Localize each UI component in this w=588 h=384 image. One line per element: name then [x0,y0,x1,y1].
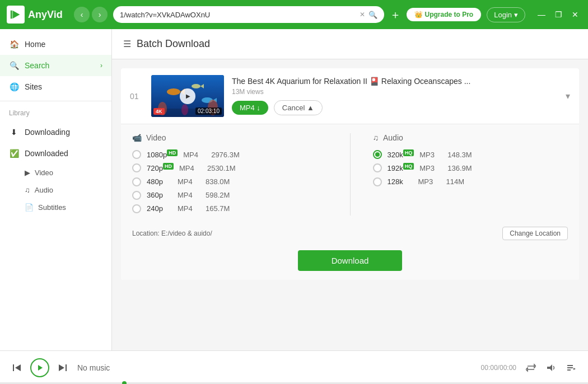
app-name: AnyVid [28,9,63,21]
player-controls [9,358,71,377]
mp4-button[interactable]: MP4 ↓ [232,101,268,115]
audio-options-col: ♫ Audio 320kHQ MP3 148.3M [373,133,568,216]
video-views: 13M views [232,88,558,96]
audio-option-128k[interactable]: 128k MP3 114M [373,175,568,189]
player-extra-controls [523,360,579,376]
video-title: The Best 4K Aquarium for Relaxation II 🎴… [232,77,558,86]
library-header: Library [0,105,111,121]
radio-1080p[interactable] [132,150,141,159]
download-button[interactable]: Download [298,250,403,271]
video-option-240p[interactable]: 240p MP4 165.7M [132,202,328,216]
video-option-1080p[interactable]: 1080pHD MP4 2976.3M [132,148,328,161]
video-info: The Best 4K Aquarium for Relaxation II 🎴… [232,77,558,115]
progress-indicator [122,381,127,385]
radio-360p[interactable] [132,191,141,200]
prev-button[interactable] [9,360,25,376]
svg-rect-13 [13,364,14,371]
radio-240p[interactable] [132,204,141,213]
audio-icon: ♫ [25,186,30,194]
svg-rect-17 [66,364,67,371]
video-actions: MP4 ↓ Cancel ▲ [232,100,558,115]
sidebar-item-downloading[interactable]: ⬇ Downloading [0,121,111,143]
upgrade-button[interactable]: 👑 Upgrade to Pro [407,8,482,21]
location-text: Location: E:/video & auido/ [132,230,212,237]
maximize-button[interactable]: ❐ [552,8,564,21]
url-text: 1/watch?v=XVkADAwOXnU [120,11,356,19]
close-button[interactable]: ✕ [569,8,581,21]
sidebar-item-downloaded[interactable]: ✅ Downloaded [0,143,111,164]
add-tab-button[interactable]: ＋ [390,7,401,22]
title-bar: AnyVid ‹ › 1/watch?v=XVkADAwOXnU ✕ 🔍 ＋ 👑… [0,0,588,29]
login-button[interactable]: Login ▾ [487,7,525,22]
nav-buttons: ‹ › [74,7,108,22]
audio-section-icon: ♫ [373,133,379,142]
download-options-panel: 📹 Video 1080pHD MP4 2976.3M [121,124,579,280]
audio-option-192k[interactable]: 192kHQ MP3 136.9M [373,161,568,175]
player-bar: No music 00:00/00:00 [0,350,588,384]
volume-button[interactable] [543,360,559,376]
video-icon: ▶ [25,168,30,177]
radio-128k[interactable] [373,177,382,186]
svg-rect-21 [567,369,571,371]
batch-icon: ☰ [123,39,131,49]
sidebar-sub-video[interactable]: ▶ Video [0,164,111,181]
audio-section-header: ♫ Audio [373,133,568,142]
video-section-icon: 📹 [132,133,142,142]
video-options-col: 📹 Video 1080pHD MP4 2976.3M [132,133,328,216]
video-section-header: 📹 Video [132,133,328,142]
subtitles-icon: 📄 [25,203,34,212]
logo-icon [7,6,25,24]
sidebar-sub-audio[interactable]: ♫ Audio [0,181,111,199]
svg-marker-0 [13,11,20,19]
next-button[interactable] [55,360,71,376]
audio-option-320k[interactable]: 320kHQ MP3 148.3M [373,148,568,161]
video-thumbnail: ▶ 4K 02:03:10 [151,75,224,117]
main-layout: 🏠 Home 🔍 Search › 🌐 Sites Library ⬇ Down… [0,29,588,350]
downloaded-icon: ✅ [9,148,19,158]
svg-marker-14 [15,364,21,371]
options-row: 📹 Video 1080pHD MP4 2976.3M [132,133,568,216]
item-number: 01 [130,92,143,101]
app-logo: AnyVid [7,6,68,24]
video-option-720p[interactable]: 720pHD MP4 2530.1M [132,161,328,175]
chevron-down-icon: ▾ [514,11,518,19]
no-music-label: No music [77,363,474,372]
search-icon[interactable]: 🔍 [368,11,377,19]
arrow-icon: › [100,62,102,69]
sidebar-item-sites[interactable]: 🌐 Sites [0,76,111,97]
play-overlay[interactable]: ▶ [180,88,195,104]
home-icon: 🏠 [9,39,19,49]
radio-720p[interactable] [132,163,141,172]
video-list: 01 [112,59,588,350]
radio-480p[interactable] [132,177,141,186]
sidebar-item-search[interactable]: 🔍 Search › [0,55,111,76]
url-close-icon[interactable]: ✕ [360,11,365,18]
url-bar[interactable]: 1/watch?v=XVkADAwOXnU ✕ 🔍 [113,6,384,23]
crown-icon: 👑 [414,11,423,18]
back-button[interactable]: ‹ [74,7,90,22]
video-option-360p[interactable]: 360p MP4 598.2M [132,189,328,202]
minimize-button[interactable]: — [535,8,548,21]
radio-192k[interactable] [373,163,382,172]
sidebar: 🏠 Home 🔍 Search › 🌐 Sites Library ⬇ Down… [0,29,112,350]
sidebar-divider [0,101,111,101]
sidebar-item-home[interactable]: 🏠 Home [0,34,111,55]
repeat-button[interactable] [523,360,539,376]
cancel-button[interactable]: Cancel ▲ [274,100,323,115]
sidebar-sub-subtitles[interactable]: 📄 Subtitles [0,199,111,216]
duration-overlay: 02:03:10 [195,107,222,115]
time-display: 00:00/00:00 [481,364,516,372]
forward-button[interactable]: › [92,7,108,22]
video-option-480p[interactable]: 480p MP4 838.0M [132,175,328,189]
play-button[interactable] [30,358,49,377]
radio-320k[interactable] [373,150,382,159]
content-area: ☰ Batch Download 01 [112,29,588,350]
playlist-button[interactable] [563,360,579,376]
location-row: Location: E:/video & auido/ Change Locat… [132,222,568,245]
window-controls: — ❐ ✕ [535,8,581,21]
svg-point-3 [167,88,180,95]
change-location-button[interactable]: Change Location [502,227,568,240]
svg-rect-1 [11,11,12,19]
more-options-icon[interactable]: ▾ [566,91,570,101]
svg-marker-18 [547,364,552,371]
